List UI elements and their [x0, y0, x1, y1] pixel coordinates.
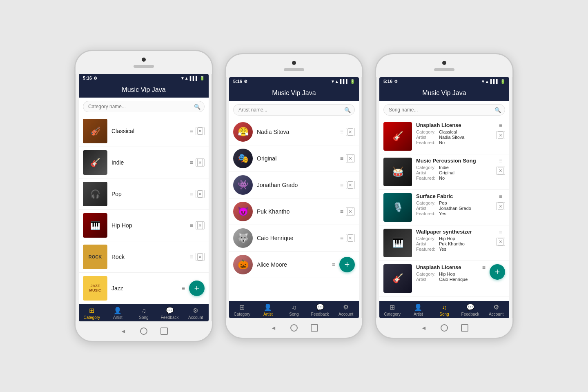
- list-item-caio[interactable]: 🐺 Caio Henrique: [229, 225, 359, 252]
- edit-puk[interactable]: [340, 208, 343, 215]
- delete-jonathan[interactable]: [346, 181, 355, 189]
- delete-caio[interactable]: [346, 234, 355, 242]
- song-list: 🎸 Unsplash License Category: Classical A…: [379, 119, 509, 301]
- song-thumb-pop: 🎙️: [383, 193, 412, 222]
- nav-artist-1[interactable]: 👤 Artist: [107, 307, 128, 320]
- actions-classical: [190, 127, 205, 135]
- cat-val-3: Pop: [439, 200, 447, 205]
- edit-original[interactable]: [340, 155, 343, 162]
- home-btn-3[interactable]: [441, 324, 448, 332]
- back-btn-3[interactable]: [420, 324, 428, 332]
- edit-jonathan[interactable]: [340, 182, 343, 188]
- song-title-percussion: Music Percussion Song: [416, 158, 492, 164]
- edit-rock[interactable]: [190, 254, 193, 260]
- delete-classical[interactable]: [196, 127, 205, 135]
- status-bar-3: 5:16 ⚙ ▼▲ ▌▌▌ 🔋: [379, 77, 509, 85]
- edit-song-5[interactable]: [482, 264, 486, 271]
- search-input-2[interactable]: [233, 104, 355, 116]
- actions-hiphop: [190, 221, 205, 229]
- delete-song-1[interactable]: [496, 131, 505, 139]
- song-item-percussion[interactable]: 🥁 Music Percussion Song Category: Indie …: [379, 154, 509, 190]
- nav-artist-2[interactable]: 👤 Artist: [257, 303, 278, 316]
- nav-artist-3[interactable]: 👤 Artist: [408, 303, 429, 316]
- feedback-icon-2: 💬: [316, 303, 324, 311]
- list-item-jazz[interactable]: JAZZMUSIC Jazz +: [79, 273, 209, 304]
- back-btn-2[interactable]: [270, 324, 277, 332]
- list-item-puk[interactable]: 😈 Puk Khantho: [229, 198, 359, 225]
- song-info-surface: Surface Fabric Category: Pop Artist: Jon…: [416, 193, 492, 216]
- delete-nadia[interactable]: [346, 128, 355, 136]
- song-item-wallpaper[interactable]: 🎹 Wallpaper synthesizer Category: Hip Ho…: [379, 225, 509, 261]
- fab-category[interactable]: +: [189, 281, 205, 296]
- delete-indie[interactable]: [196, 158, 205, 167]
- edit-pop[interactable]: [190, 191, 193, 197]
- list-item-nadia[interactable]: 😤 Nadia Sitova: [229, 119, 359, 145]
- battery-icon-2: 🔋: [350, 79, 355, 84]
- song-item-surface[interactable]: 🎙️ Surface Fabric Category: Pop Artist: …: [379, 190, 509, 225]
- search-icon-3: 🔍: [494, 107, 501, 113]
- search-input-3[interactable]: [383, 104, 505, 116]
- fab-artist[interactable]: +: [339, 257, 355, 272]
- nav-category-2[interactable]: ⊞ Category: [232, 303, 253, 316]
- delete-original[interactable]: [346, 154, 355, 163]
- edit-alice[interactable]: [332, 261, 335, 268]
- nav-feedback-1[interactable]: 💬 Feedback: [159, 307, 180, 320]
- nav-account-3[interactable]: ⚙ Account: [486, 303, 507, 316]
- phone-top-3: [376, 54, 512, 77]
- list-item-pop[interactable]: 🎧 Pop: [79, 178, 209, 210]
- song-info-unsplash2: Unsplash License Category: Hip Hop Artis…: [416, 264, 478, 282]
- artist-label-2: Artist: [263, 312, 273, 316]
- edit-caio[interactable]: [340, 235, 343, 241]
- app-title-1: Music Vip Java: [122, 86, 165, 93]
- delete-pop[interactable]: [196, 190, 205, 198]
- edit-hiphop[interactable]: [190, 222, 193, 229]
- recent-btn-1[interactable]: [160, 327, 168, 335]
- edit-song-3[interactable]: [499, 193, 502, 200]
- list-item-alice[interactable]: 🎃 Alice Moore +: [229, 252, 359, 278]
- delete-song-3[interactable]: [496, 202, 505, 210]
- home-btn-1[interactable]: [140, 327, 147, 335]
- nav-feedback-2[interactable]: 💬 Feedback: [310, 303, 331, 316]
- recent-btn-2[interactable]: [311, 324, 318, 332]
- edit-nadia[interactable]: [340, 129, 343, 135]
- nav-song-2[interactable]: ♫ Song: [283, 304, 305, 316]
- delete-puk[interactable]: [346, 207, 355, 216]
- feat-key-3: Featured:: [416, 211, 437, 216]
- search-input-1[interactable]: [83, 101, 205, 112]
- list-item-classical[interactable]: 🎻 Classical: [79, 116, 209, 147]
- label-nadia: Nadia Sitova: [257, 129, 336, 135]
- art-val-2: Original: [439, 170, 454, 175]
- actions-indie: [190, 158, 205, 167]
- list-item-rock[interactable]: ROCK Rock: [79, 241, 209, 273]
- song-item-unsplash1[interactable]: 🎸 Unsplash License Category: Classical A…: [379, 119, 509, 154]
- edit-song-2[interactable]: [499, 158, 502, 164]
- delete-song-2[interactable]: [496, 167, 505, 175]
- art-val-5: Caio Henrique: [439, 277, 468, 282]
- edit-song-4[interactable]: [499, 229, 502, 235]
- list-item-indie[interactable]: 🎸 Indie: [79, 147, 209, 178]
- delete-rock[interactable]: [196, 253, 205, 261]
- nav-category-3[interactable]: ⊞ Category: [382, 303, 403, 316]
- edit-jazz[interactable]: [182, 285, 185, 292]
- search-icon-2: 🔍: [344, 107, 351, 113]
- nav-feedback-3[interactable]: 💬 Feedback: [460, 303, 481, 316]
- feedback-icon-3: 💬: [466, 303, 474, 311]
- nav-account-2[interactable]: ⚙ Account: [335, 303, 356, 316]
- fab-song[interactable]: +: [490, 264, 505, 280]
- nav-account-1[interactable]: ⚙ Account: [185, 307, 206, 320]
- list-item-jonathan[interactable]: 👾 Jonathan Grado: [229, 172, 359, 198]
- nav-category-1[interactable]: ⊞ Category: [81, 307, 102, 320]
- edit-classical[interactable]: [190, 128, 193, 134]
- back-btn-1[interactable]: [120, 327, 127, 335]
- delete-song-4[interactable]: [496, 238, 505, 246]
- nav-song-1[interactable]: ♫ Song: [133, 307, 154, 320]
- nav-song-3[interactable]: ♫ Song: [434, 304, 455, 316]
- list-item-original[interactable]: 🎭 Original: [229, 145, 359, 172]
- recent-btn-3[interactable]: [461, 324, 468, 332]
- edit-indie[interactable]: [190, 159, 193, 166]
- song-item-unsplash2[interactable]: 🎸 Unsplash License Category: Hip Hop Art…: [379, 261, 509, 296]
- edit-song-1[interactable]: [499, 122, 502, 129]
- list-item-hiphop[interactable]: 🎹 Hip Hop: [79, 210, 209, 241]
- delete-hiphop[interactable]: [196, 221, 205, 229]
- home-btn-2[interactable]: [290, 324, 298, 332]
